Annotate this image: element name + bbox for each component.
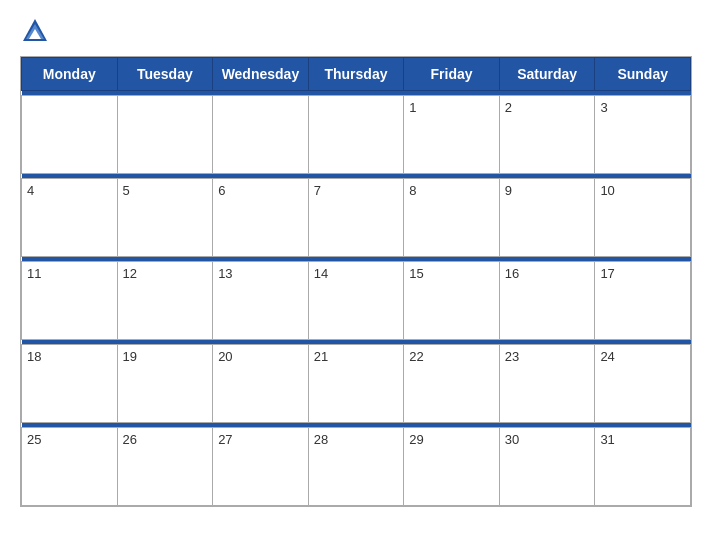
day-number: 6 bbox=[218, 183, 225, 198]
calendar-week-row: 25262728293031 bbox=[22, 428, 691, 506]
weekday-header-row: MondayTuesdayWednesdayThursdayFridaySatu… bbox=[22, 58, 691, 91]
calendar-week-row: 11121314151617 bbox=[22, 262, 691, 340]
day-number: 31 bbox=[600, 432, 614, 447]
weekday-header-friday: Friday bbox=[404, 58, 500, 91]
calendar-body: 1234567891011121314151617181920212223242… bbox=[22, 91, 691, 506]
calendar-day-cell: 7 bbox=[308, 179, 404, 257]
day-number: 28 bbox=[314, 432, 328, 447]
weekday-header-saturday: Saturday bbox=[499, 58, 595, 91]
calendar-day-cell bbox=[213, 96, 309, 174]
day-number: 18 bbox=[27, 349, 41, 364]
calendar-day-cell: 26 bbox=[117, 428, 213, 506]
weekday-header-thursday: Thursday bbox=[308, 58, 404, 91]
calendar-day-cell: 11 bbox=[22, 262, 118, 340]
calendar-day-cell: 8 bbox=[404, 179, 500, 257]
day-number: 3 bbox=[600, 100, 607, 115]
day-number: 11 bbox=[27, 266, 41, 281]
day-number: 24 bbox=[600, 349, 614, 364]
day-number: 17 bbox=[600, 266, 614, 281]
day-number: 8 bbox=[409, 183, 416, 198]
day-number: 19 bbox=[123, 349, 137, 364]
day-number: 25 bbox=[27, 432, 41, 447]
calendar-day-cell: 13 bbox=[213, 262, 309, 340]
calendar-day-cell: 3 bbox=[595, 96, 691, 174]
calendar-day-cell: 24 bbox=[595, 345, 691, 423]
day-number: 12 bbox=[123, 266, 137, 281]
weekday-header-tuesday: Tuesday bbox=[117, 58, 213, 91]
calendar-day-cell: 27 bbox=[213, 428, 309, 506]
day-number: 5 bbox=[123, 183, 130, 198]
day-number: 15 bbox=[409, 266, 423, 281]
day-number: 4 bbox=[27, 183, 34, 198]
calendar-day-cell: 9 bbox=[499, 179, 595, 257]
calendar-day-cell: 18 bbox=[22, 345, 118, 423]
day-number: 7 bbox=[314, 183, 321, 198]
calendar-day-cell: 1 bbox=[404, 96, 500, 174]
calendar-day-cell: 5 bbox=[117, 179, 213, 257]
calendar-day-cell: 25 bbox=[22, 428, 118, 506]
calendar-week-row: 18192021222324 bbox=[22, 345, 691, 423]
day-number: 10 bbox=[600, 183, 614, 198]
day-number: 20 bbox=[218, 349, 232, 364]
day-number: 30 bbox=[505, 432, 519, 447]
weekday-header-wednesday: Wednesday bbox=[213, 58, 309, 91]
calendar-day-cell: 16 bbox=[499, 262, 595, 340]
logo bbox=[20, 16, 54, 46]
calendar-day-cell: 14 bbox=[308, 262, 404, 340]
calendar-day-cell: 30 bbox=[499, 428, 595, 506]
day-number: 29 bbox=[409, 432, 423, 447]
calendar-day-cell: 10 bbox=[595, 179, 691, 257]
calendar-day-cell: 19 bbox=[117, 345, 213, 423]
calendar-header bbox=[20, 10, 692, 50]
calendar-week-row: 123 bbox=[22, 96, 691, 174]
calendar-day-cell: 22 bbox=[404, 345, 500, 423]
calendar-day-cell: 20 bbox=[213, 345, 309, 423]
calendar-day-cell: 4 bbox=[22, 179, 118, 257]
day-number: 26 bbox=[123, 432, 137, 447]
calendar-day-cell: 23 bbox=[499, 345, 595, 423]
day-number: 13 bbox=[218, 266, 232, 281]
calendar-day-cell bbox=[308, 96, 404, 174]
day-number: 27 bbox=[218, 432, 232, 447]
day-number: 9 bbox=[505, 183, 512, 198]
logo-icon bbox=[20, 16, 50, 46]
calendar-day-cell: 17 bbox=[595, 262, 691, 340]
calendar-day-cell: 21 bbox=[308, 345, 404, 423]
day-number: 1 bbox=[409, 100, 416, 115]
day-number: 16 bbox=[505, 266, 519, 281]
day-number: 23 bbox=[505, 349, 519, 364]
calendar-day-cell bbox=[117, 96, 213, 174]
calendar-week-row: 45678910 bbox=[22, 179, 691, 257]
calendar-day-cell: 29 bbox=[404, 428, 500, 506]
weekday-header-sunday: Sunday bbox=[595, 58, 691, 91]
calendar-day-cell: 15 bbox=[404, 262, 500, 340]
calendar-day-cell: 28 bbox=[308, 428, 404, 506]
calendar: MondayTuesdayWednesdayThursdayFridaySatu… bbox=[20, 56, 692, 507]
calendar-day-cell: 6 bbox=[213, 179, 309, 257]
day-number: 21 bbox=[314, 349, 328, 364]
weekday-header-monday: Monday bbox=[22, 58, 118, 91]
calendar-day-cell bbox=[22, 96, 118, 174]
day-number: 14 bbox=[314, 266, 328, 281]
calendar-day-cell: 2 bbox=[499, 96, 595, 174]
calendar-day-cell: 31 bbox=[595, 428, 691, 506]
day-number: 2 bbox=[505, 100, 512, 115]
day-number: 22 bbox=[409, 349, 423, 364]
calendar-day-cell: 12 bbox=[117, 262, 213, 340]
